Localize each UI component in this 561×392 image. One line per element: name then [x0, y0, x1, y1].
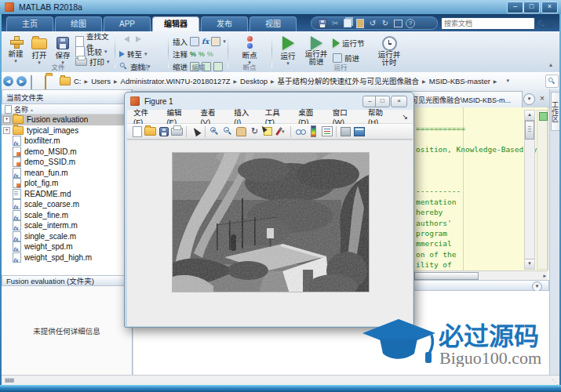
sign-in-link[interactable]: 登录 [540, 19, 555, 30]
crumb-admin[interactable]: Administrator.WIN7U-20180127Z [121, 77, 231, 85]
file-row[interactable]: scale_coarse.m [2, 199, 132, 210]
mfile-function-icon [13, 231, 21, 241]
insert-section-icon[interactable] [211, 37, 220, 46]
help-icon[interactable]: ? [406, 19, 415, 28]
nav-forward-icon[interactable] [136, 36, 141, 42]
figure-window[interactable]: Figure 1 – □ × 文件(F) 编辑(E) 查看(V) 插入(I) 工… [124, 92, 414, 328]
ribbon-group-nav: 转至 ▾ 查找 ▾ 导航 [118, 31, 166, 72]
file-row[interactable]: scale_fine.m [2, 210, 132, 221]
back-button[interactable]: ◀ [3, 76, 13, 86]
file-row[interactable]: weight_spd_high.m [2, 252, 132, 263]
scrollbar-thumb[interactable] [525, 121, 534, 140]
comment-icon[interactable]: % [190, 50, 196, 58]
figure-title: Figure 1 [144, 97, 173, 106]
save-icon[interactable] [318, 19, 327, 28]
insert-legend-icon[interactable] [320, 125, 333, 138]
name-column-header[interactable]: 名称 ▴ [2, 104, 132, 114]
file-row[interactable]: single_scale.m [2, 231, 132, 242]
file-row[interactable]: scale_interm.m [2, 220, 132, 231]
tab-home[interactable]: 主页 [6, 16, 53, 32]
maximize-button[interactable]: □ [523, 2, 540, 13]
expander-icon[interactable] [3, 116, 10, 123]
redo-icon[interactable]: ↻ [381, 19, 390, 28]
address-dropdown-icon[interactable]: ▾ [506, 78, 509, 84]
statusbar-grip-icon[interactable]: ▮▮▮▮ [5, 377, 13, 383]
link-plot-icon[interactable] [293, 125, 307, 138]
save-button[interactable]: 保存 ▾ [52, 35, 74, 65]
file-row[interactable]: Fusion evaluation [2, 114, 132, 125]
scroll-down-icon[interactable]: ▼ [525, 259, 534, 269]
show-plot-tools-icon[interactable] [352, 125, 366, 138]
doc-search-box[interactable] [441, 17, 535, 30]
tab-view[interactable]: 视图 [250, 16, 297, 32]
dock-figure-icon[interactable]: ↘ [402, 113, 408, 121]
forward-button[interactable]: ▶ [16, 76, 27, 86]
up-folder-icon[interactable] [31, 76, 41, 85]
search-input[interactable] [442, 20, 538, 27]
scroll-up-icon[interactable]: ▲ [525, 111, 534, 121]
insert-colorbar-icon[interactable] [307, 125, 320, 138]
uncomment-icon[interactable]: % [199, 50, 205, 58]
qat-dropdown-icon[interactable]: ▾ [418, 19, 428, 28]
insert-doc-icon[interactable] [190, 37, 199, 46]
file-row[interactable]: boxfilter.m [2, 136, 132, 147]
breakpoints-button[interactable]: 断点 ▾ [237, 35, 262, 65]
wrap-comment-icon[interactable]: % [207, 50, 213, 58]
crumb-project[interactable]: 基于结构分解的快速红外与可见光图像融合 [278, 75, 420, 86]
switch-window-icon[interactable] [393, 19, 403, 28]
tab-close-icon[interactable]: × [537, 93, 547, 103]
zoom-in-icon[interactable]: + [208, 125, 221, 138]
file-row[interactable]: typical_images [2, 125, 132, 136]
crumb-desktop[interactable]: Desktop [240, 77, 268, 85]
crumb-drive[interactable]: C: [74, 77, 82, 85]
minimize-button[interactable]: – [507, 2, 523, 13]
edit-plot-icon[interactable] [189, 125, 202, 138]
close-button[interactable]: × [541, 2, 558, 13]
scrollbar-thumb[interactable] [414, 272, 479, 280]
insert-row[interactable]: 插入 fx ▾ [173, 36, 226, 46]
comment-row[interactable]: 注释 % % % [173, 49, 213, 59]
new-button[interactable]: 新建 ▾ [5, 35, 27, 64]
print-figure-icon[interactable] [170, 125, 184, 138]
nav-back-icon[interactable] [124, 36, 129, 42]
save-figure-icon[interactable] [157, 125, 170, 138]
address-search-button[interactable] [545, 74, 559, 88]
cut-icon[interactable]: ✂ [330, 19, 340, 28]
crumb-users[interactable]: Users [91, 77, 111, 85]
file-row[interactable]: demo_SSID.m [2, 157, 132, 168]
figure-canvas[interactable] [127, 140, 413, 326]
hide-plot-tools-icon[interactable] [339, 125, 352, 138]
expander-icon[interactable] [3, 127, 10, 134]
zoom-out-icon[interactable]: − [221, 125, 235, 138]
figure-close-button[interactable]: × [391, 96, 407, 107]
tab-menu-icon[interactable]: ▾ [523, 93, 535, 105]
browse-folder-icon[interactable] [45, 76, 55, 85]
ribbon-collapse-icon[interactable]: ▴ [549, 61, 552, 68]
scroll-right-icon[interactable]: ▸ [543, 273, 546, 279]
file-row[interactable]: mean_fun.m [2, 168, 132, 179]
tab-editor[interactable]: 编辑器 [152, 16, 199, 32]
file-row[interactable]: demo_MSID.m [2, 147, 132, 158]
file-row[interactable]: README.md [2, 189, 132, 200]
details-panel-header[interactable]: Fusion evaluation (文件夹) [2, 275, 132, 286]
pan-icon[interactable] [235, 125, 248, 138]
run-section-button[interactable]: 运行节 [333, 38, 365, 48]
code-analyzer-indicator[interactable] [539, 112, 548, 121]
file-row[interactable]: plot_fig.m [2, 178, 132, 189]
open-button[interactable]: 打开 ▾ [28, 35, 50, 65]
open-file-icon[interactable] [144, 125, 157, 138]
data-cursor-icon[interactable] [261, 125, 275, 138]
paste-icon[interactable] [355, 19, 365, 28]
new-figure-icon[interactable] [130, 125, 144, 138]
goto-button[interactable]: 转至 ▾ [119, 49, 148, 59]
tab-publish[interactable]: 发布 [201, 16, 248, 32]
figure-maximize-button[interactable]: □ [375, 96, 390, 107]
undo-icon[interactable]: ↺ [368, 19, 377, 28]
editor-vertical-scrollbar[interactable]: ▲ ▼ [524, 110, 535, 270]
insert-fx-icon[interactable]: fx [202, 38, 209, 45]
file-row[interactable]: weight_spd.m [2, 241, 132, 252]
crumb-repo[interactable]: MSID-KBS-master [429, 77, 490, 85]
find-files-button[interactable]: 查找文件 [75, 36, 113, 46]
copy-icon[interactable] [343, 19, 352, 28]
brush-icon[interactable]: ▾ [275, 125, 288, 138]
